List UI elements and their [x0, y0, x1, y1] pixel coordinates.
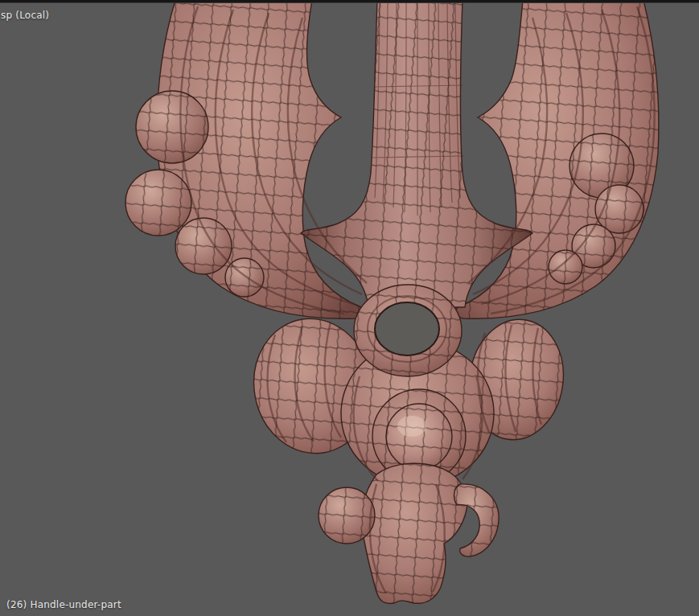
window-top-edge — [0, 0, 699, 3]
mesh-ring-hole — [375, 302, 439, 355]
viewport-canvas — [0, 0, 699, 616]
blender-3d-viewport[interactable]: sp (Local) (26) Handle-under-part — [0, 0, 699, 616]
dome-highlight — [397, 416, 426, 437]
view-perspective-label: sp (Local) — [1, 10, 49, 21]
object-info-label: (26) Handle-under-part — [6, 599, 121, 610]
